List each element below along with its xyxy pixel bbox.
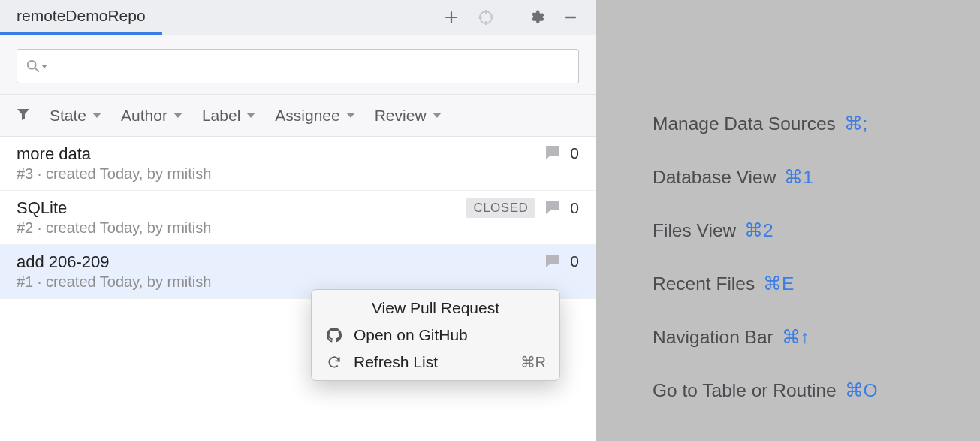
tab-repo[interactable]: remoteDemoRepo bbox=[0, 0, 162, 35]
tip-shortcut: ⌘; bbox=[844, 113, 868, 134]
tip-shortcut: ⌘O bbox=[845, 380, 878, 400]
tip-label: Files View bbox=[653, 220, 736, 240]
ctx-view-pr[interactable]: View Pull Request bbox=[312, 295, 559, 322]
ctx-open-github[interactable]: Open on GitHub bbox=[312, 322, 559, 349]
tip-label: Database View bbox=[653, 167, 776, 187]
pr-title: more data bbox=[17, 144, 579, 164]
comment-count: 0 bbox=[570, 252, 579, 270]
ctx-open-github-label: Open on GitHub bbox=[354, 326, 468, 344]
chevron-down-icon bbox=[433, 113, 442, 118]
tip-shortcut: ⌘↑ bbox=[782, 327, 810, 347]
chevron-down-icon bbox=[92, 113, 101, 118]
filter-bar: State Author Label Assignee Review bbox=[0, 95, 596, 137]
chevron-down-icon bbox=[173, 113, 182, 118]
ctx-refresh-label: Refresh List bbox=[354, 353, 438, 371]
tip-navigation-bar[interactable]: Navigation Bar ⌘↑ bbox=[653, 326, 980, 348]
tip-shortcut: ⌘1 bbox=[784, 167, 813, 187]
pr-meta: #3 · created Today, by rmitish bbox=[17, 165, 579, 183]
filter-assignee[interactable]: Assignee bbox=[275, 107, 354, 125]
filter-label[interactable]: Label bbox=[202, 107, 255, 125]
filter-author-label: Author bbox=[121, 107, 167, 125]
toolbar bbox=[442, 8, 588, 27]
tip-files-view[interactable]: Files View ⌘2 bbox=[653, 219, 980, 241]
minimize-icon[interactable] bbox=[561, 8, 580, 27]
tip-label: Manage Data Sources bbox=[653, 113, 836, 134]
comment-icon bbox=[544, 145, 561, 162]
ctx-refresh-shortcut: ⌘R bbox=[520, 353, 546, 371]
comment-icon bbox=[544, 200, 561, 217]
search-icon bbox=[26, 59, 40, 73]
tips-panel: Manage Data Sources ⌘; Database View ⌘1 … bbox=[596, 0, 980, 441]
closed-badge: CLOSED bbox=[466, 198, 535, 218]
tip-label: Navigation Bar bbox=[653, 327, 773, 347]
filter-label-label: Label bbox=[202, 107, 240, 125]
pull-requests-panel: remoteDemoRepo bbox=[0, 0, 596, 441]
pull-request-row[interactable]: more data #3 · created Today, by rmitish… bbox=[0, 137, 596, 191]
ctx-view-pr-label: View Pull Request bbox=[372, 299, 499, 317]
tab-label: remoteDemoRepo bbox=[17, 7, 146, 25]
tip-shortcut: ⌘E bbox=[763, 273, 794, 294]
context-menu: View Pull Request Open on GitHub Refresh… bbox=[311, 289, 560, 381]
refresh-icon bbox=[325, 355, 343, 370]
svg-point-1 bbox=[28, 61, 36, 69]
comment-count: 0 bbox=[570, 199, 579, 217]
filter-review[interactable]: Review bbox=[375, 107, 442, 125]
comment-count: 0 bbox=[570, 144, 579, 162]
search-dropdown-icon[interactable] bbox=[41, 65, 47, 68]
tip-database-view[interactable]: Database View ⌘1 bbox=[653, 166, 980, 188]
search-section bbox=[0, 35, 596, 95]
toolbar-separator bbox=[511, 8, 511, 27]
filter-assignee-label: Assignee bbox=[275, 107, 339, 125]
pr-meta: #1 · created Today, by rmitish bbox=[17, 273, 579, 291]
target-icon[interactable] bbox=[476, 8, 496, 27]
comment-icon bbox=[544, 253, 561, 270]
tab-bar: remoteDemoRepo bbox=[0, 0, 596, 35]
tip-label: Go to Table or Routine bbox=[653, 380, 837, 400]
filter-author[interactable]: Author bbox=[121, 107, 182, 125]
gear-icon[interactable] bbox=[526, 8, 546, 27]
pr-title: add 206-209 bbox=[17, 252, 579, 272]
chevron-down-icon bbox=[246, 113, 255, 118]
pull-request-row[interactable]: SQLite #2 · created Today, by rmitish CL… bbox=[0, 191, 596, 245]
plus-icon[interactable] bbox=[442, 8, 461, 27]
chevron-down-icon bbox=[346, 113, 355, 118]
filter-state-label: State bbox=[50, 107, 86, 125]
tip-manage-data-sources[interactable]: Manage Data Sources ⌘; bbox=[653, 113, 980, 134]
ctx-refresh[interactable]: Refresh List ⌘R bbox=[312, 349, 559, 376]
pr-meta: #2 · created Today, by rmitish bbox=[17, 219, 579, 237]
filter-review-label: Review bbox=[375, 107, 427, 125]
tip-recent-files[interactable]: Recent Files ⌘E bbox=[653, 273, 980, 295]
tip-label: Recent Files bbox=[653, 273, 755, 294]
github-icon bbox=[325, 327, 343, 343]
tip-shortcut: ⌘2 bbox=[744, 220, 773, 240]
search-box[interactable] bbox=[17, 49, 579, 83]
filter-icon[interactable] bbox=[17, 107, 30, 125]
search-input[interactable] bbox=[53, 50, 569, 83]
filter-state[interactable]: State bbox=[50, 107, 101, 125]
tip-goto-table[interactable]: Go to Table or Routine ⌘O bbox=[653, 379, 980, 401]
